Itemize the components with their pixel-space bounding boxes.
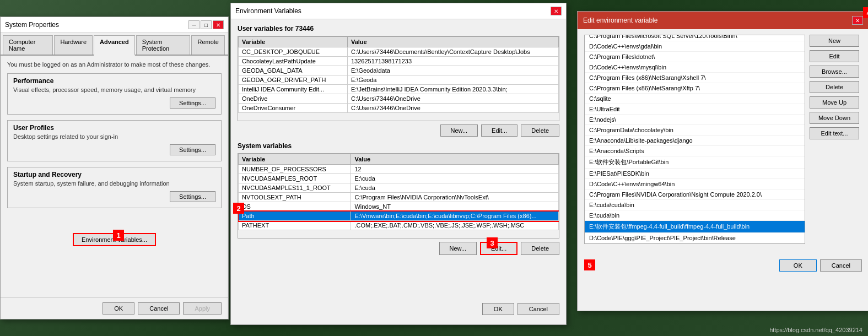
path-list-item[interactable]: E:\nodejs\	[585, 115, 805, 125]
value-header: Value	[347, 37, 558, 47]
performance-settings-button[interactable]: Settings...	[170, 97, 215, 109]
ok-button[interactable]: OK	[103, 302, 134, 315]
user-delete-button[interactable]: Delete	[521, 124, 559, 137]
system-var-row[interactable]: NUMBER_OF_PROCESSORS12	[239, 165, 559, 174]
path-list-item[interactable]: C:\Program Files\Microsoft SQL Server\12…	[585, 35, 805, 41]
user-var-row[interactable]: OneDriveConsumerC:\Users\73446\OneDrive	[239, 104, 559, 113]
user-profiles-settings-button[interactable]: Settings...	[170, 144, 215, 155]
edit-dialog-footer: 5 OK Cancel	[584, 259, 862, 272]
path-list-item[interactable]: E:\cuda\cuda\bin	[585, 200, 805, 210]
path-list-item[interactable]: D:\Code\C++\envs\gdal\bin	[585, 41, 805, 52]
apply-button[interactable]: Apply	[183, 302, 222, 315]
system-props-footer: OK Cancel Apply	[1, 297, 228, 319]
path-list-item[interactable]: C:\Program Files\NVIDIA Corporation\Nsig…	[585, 189, 805, 200]
path-list-item[interactable]: E:\Anaconda\Scripts	[585, 146, 805, 156]
move-down-button[interactable]: Move Down	[810, 112, 859, 124]
env-close-button[interactable]: ✕	[551, 7, 562, 15]
path-list-item[interactable]: D:\Code\PIE\ggg\PIE_Project\PIE_Project\…	[585, 233, 805, 243]
variable-header: Variable	[239, 37, 348, 47]
cancel-button[interactable]: Cancel	[138, 302, 180, 315]
badge-4: 4	[863, 7, 868, 18]
env-ok-button[interactable]: OK	[482, 303, 514, 315]
minimize-button[interactable]: ─	[188, 20, 200, 29]
performance-desc: Visual effects, processor speed, memory …	[13, 86, 215, 93]
edit-close-button[interactable]: ✕	[852, 16, 863, 25]
edit-path-list: C:\Program Files\Microsoft SQL Server\12…	[584, 35, 805, 244]
path-list-item[interactable]: C:\sqlite	[585, 94, 805, 104]
path-list-item[interactable]: E:\UltraEdit	[585, 104, 805, 115]
system-delete-button[interactable]: Delete	[521, 242, 559, 255]
startup-recovery-section: Startup and Recovery System startup, sys…	[7, 167, 222, 208]
startup-settings-button[interactable]: Settings...	[170, 191, 215, 202]
badge-3: 3	[487, 237, 498, 248]
path-list-item[interactable]: E:\软件安装包\PortableGit\bin	[585, 156, 805, 169]
startup-desc: System startup, system failure, and debu…	[13, 180, 215, 187]
edit-dialog-controls: ✕	[852, 16, 863, 25]
system-edit-button[interactable]: Edit...	[480, 242, 517, 255]
tab-hardware[interactable]: Hardware	[54, 35, 93, 55]
edit-path-button[interactable]: Edit	[810, 50, 859, 62]
user-var-row[interactable]: IntelliJ IDEA Community Edit...E:\JetBra…	[239, 85, 559, 94]
delete-path-button[interactable]: Delete	[810, 81, 859, 93]
path-list-item[interactable]: C:\Program Files (x86)\NetSarang\Xftp 7\	[585, 83, 805, 94]
edit-main-area: C:\Program Files\Microsoft SQL Server\12…	[584, 35, 862, 255]
startup-label: Startup and Recovery	[13, 171, 215, 178]
user-vars-buttons: New... Edit... Delete	[238, 124, 559, 137]
new-path-button[interactable]: New	[810, 35, 859, 47]
edit-text-button[interactable]: Edit text...	[810, 127, 859, 139]
path-list-item[interactable]: C:\ProgramData\chocolatey\bin	[585, 125, 805, 136]
path-list-item[interactable]: C:\Program Files (x86)\NetSarang\Xshell …	[585, 73, 805, 83]
system-props-title: System Properties	[5, 21, 59, 29]
edit-cancel-button[interactable]: Cancel	[820, 259, 862, 272]
system-var-row[interactable]: OSWindows_NT	[239, 202, 559, 212]
user-edit-button[interactable]: Edit...	[481, 124, 517, 137]
env-dialog-content: User variables for 73446 Variable Value …	[231, 19, 566, 321]
path-list-item[interactable]: E:\Anaconda\Lib\site-packages\django	[585, 136, 805, 146]
edit-ok-button[interactable]: OK	[779, 259, 817, 272]
system-var-row[interactable]: NVTOOLSEXT_PATHC:\Program Files\NVIDIA C…	[239, 193, 559, 202]
maximize-button[interactable]: □	[201, 20, 212, 29]
user-vars-title: User variables for 73446	[238, 25, 559, 32]
browse-button[interactable]: Browse...	[810, 66, 859, 78]
system-var-row[interactable]: PATHEXT.COM;.EXE;.BAT;.CMD;.VBS;.VBE;.JS…	[239, 221, 559, 230]
user-vars-table-body: CC_DESKTOP_JOBQUEUEC:\Users\73446\Docume…	[239, 47, 559, 113]
system-var-row[interactable]: NVCUDASAMPLES11_1_ROOTE:\cuda	[239, 183, 559, 193]
edit-env-var-dialog: Edit environment variable ✕ 4 C:\Program…	[577, 11, 868, 311]
tab-computer-name[interactable]: Computer Name	[3, 35, 53, 55]
system-new-button[interactable]: New...	[439, 242, 477, 255]
admin-notice: You must be logged on as an Administrato…	[7, 61, 222, 68]
env-vars-area: 1 Environment Variables...	[7, 216, 222, 246]
user-vars-list: Variable Value CC_DESKTOP_JOBQUEUEC:\Use…	[238, 36, 559, 121]
user-var-row[interactable]: ChocolateyLastPathUpdate1326251713981712…	[239, 57, 559, 66]
footer-link: https://blog.csdn.net/qq_42039214	[769, 327, 862, 333]
system-vars-list: Variable Value NUMBER_OF_PROCESSORS12NVC…	[238, 154, 559, 238]
path-list-item[interactable]: C:\Program Files\dotnet\	[585, 52, 805, 62]
tab-system-protection[interactable]: System Protection	[136, 35, 191, 55]
path-list-item[interactable]: D:\Code\C++\envs\mysql\bin	[585, 62, 805, 73]
tab-advanced[interactable]: Advanced	[94, 35, 135, 56]
edit-dialog-title: Edit environment variable	[583, 17, 657, 24]
system-var-row[interactable]: NVCUDASAMPLES_ROOTE:\cuda	[239, 174, 559, 183]
path-list-item[interactable]: E:\cuda\bin	[585, 210, 805, 221]
path-list-item[interactable]: E:\软件安装包\ffmpeg-4.4-full_build\ffmpeg-4.…	[585, 221, 805, 233]
user-var-row[interactable]: CC_DESKTOP_JOBQUEUEC:\Users\73446\Docume…	[239, 47, 559, 57]
performance-label: Performance	[13, 77, 215, 85]
tab-remote[interactable]: Remote	[191, 35, 225, 55]
close-button[interactable]: ✕	[213, 20, 224, 29]
user-profiles-section: User Profiles Desktop settings related t…	[7, 120, 222, 161]
sys-value-header: Value	[351, 154, 559, 165]
badge-5: 5	[584, 259, 595, 270]
performance-section: Performance Visual effects, processor sp…	[7, 73, 222, 115]
user-var-row[interactable]: GEODA_OGR_DRIVER_PATHE:\Geoda	[239, 75, 559, 85]
badge-2: 2	[233, 203, 244, 214]
path-list-item[interactable]: E:\PIESat\PIESDK\bin	[585, 169, 805, 179]
user-var-row[interactable]: GEODA_GDAL_DATAE:\Geoda\data	[239, 66, 559, 75]
user-var-row[interactable]: OneDriveC:\Users\73446\OneDrive	[239, 94, 559, 104]
user-profiles-desc: Desktop settings related to your sign-in	[13, 133, 215, 140]
move-up-button[interactable]: Move Up	[810, 96, 859, 109]
env-cancel-button[interactable]: Cancel	[517, 303, 559, 315]
system-var-row[interactable]: PathE:\Vmware\bin;E:\cuda\bin;E:\cuda\li…	[239, 212, 559, 221]
env-dialog-title: Environment Variables	[235, 7, 301, 15]
path-list-item[interactable]: D:\Code\C++\envs\mingw64\bin	[585, 179, 805, 189]
user-new-button[interactable]: New...	[440, 124, 478, 137]
